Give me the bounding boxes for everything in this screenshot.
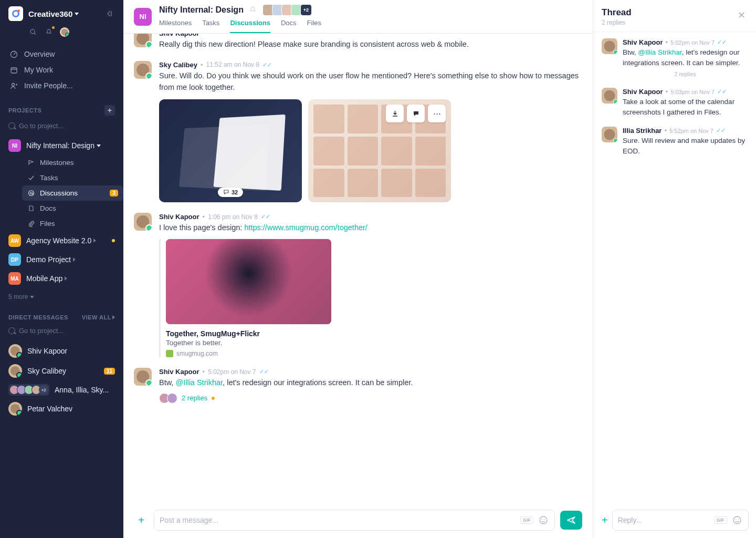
avatar [8, 344, 22, 358]
avatar[interactable] [134, 61, 152, 79]
emoji-button[interactable] [731, 514, 743, 526]
close-button[interactable]: ✕ [736, 7, 748, 23]
show-more-projects[interactable]: 5 more [0, 288, 123, 306]
gif-button[interactable]: GIF [714, 516, 727, 524]
message-author[interactable]: Shiv Kapoor [159, 213, 200, 221]
project-subnav: Milestones Tasks Discussions 3 Docs File… [0, 155, 123, 231]
nav-overview[interactable]: Overview [4, 46, 119, 62]
avatar[interactable] [134, 34, 152, 47]
tab-files[interactable]: Files [307, 16, 321, 33]
avatar[interactable] [602, 127, 617, 142]
project-item[interactable]: MA Mobile App [0, 269, 123, 288]
search-icon[interactable] [28, 27, 38, 37]
dm-item[interactable]: Sky Calibey 11 [0, 361, 123, 381]
message-author[interactable]: Shiv Kapoor [159, 34, 200, 37]
member-avatars[interactable]: +2 [262, 4, 312, 16]
message: Sky Calibey • 11:52 am on Nov 8 ✓✓ Sure.… [134, 61, 582, 203]
chevron-right-icon [65, 276, 67, 281]
subnav-milestones[interactable]: Milestones [22, 155, 123, 170]
avatar[interactable] [602, 38, 617, 54]
avatar[interactable] [134, 213, 152, 231]
thread-replies[interactable]: 2 replies [159, 393, 582, 404]
message-text: Take a look at some of the calendar scre… [623, 97, 748, 117]
tab-discussions[interactable]: Discussions [230, 16, 270, 33]
message-author[interactable]: Shiv Kapoor [623, 38, 663, 46]
subnav-tasks[interactable]: Tasks [22, 170, 123, 185]
project-name: Agency Website 2.0 [26, 236, 91, 245]
workspace-header[interactable]: Creative360 [0, 0, 123, 25]
add-project-button[interactable]: + [104, 105, 115, 116]
nav-label: My Work [24, 66, 53, 74]
view-all-dms[interactable]: View all [82, 314, 115, 320]
attachment-image[interactable]: 32 [159, 99, 302, 202]
mention[interactable]: @Illia Strikhar [175, 378, 223, 387]
doc-icon [27, 205, 35, 212]
replies-divider: 2 replies [623, 68, 748, 78]
dm-item-group[interactable]: +2 Anna, Illia, Sky... [0, 381, 123, 399]
message-time: 11:52 am on Nov 8 [206, 61, 259, 68]
check-icon [27, 174, 35, 182]
notifications-icon[interactable] [44, 27, 54, 37]
projects-heading: PROJECTS + [0, 97, 123, 120]
dm-heading: DIRECT MESSAGES View all [0, 306, 123, 325]
project-item[interactable]: DP Demo Project [0, 250, 123, 269]
message-link[interactable]: https://www.smugmug.com/together/ [244, 223, 368, 232]
svg-point-7 [542, 519, 543, 520]
topbar: NI Nifty Internal: Design +2 Milestones … [123, 0, 593, 34]
avatar[interactable] [134, 368, 152, 386]
add-user-icon [9, 81, 18, 90]
project-badge: AW [8, 234, 21, 247]
dm-item[interactable]: Shiv Kapoor [0, 341, 123, 361]
download-button[interactable] [386, 105, 404, 122]
more-button[interactable]: ⋯ [428, 105, 446, 122]
tab-tasks[interactable]: Tasks [202, 16, 219, 33]
svg-point-9 [733, 516, 741, 524]
thread-title: Thread [602, 7, 632, 18]
send-button[interactable] [560, 511, 582, 530]
dm-item[interactable]: Petar Valchev [0, 399, 123, 419]
message-time: 5:02pm on Nov 7 [670, 39, 715, 46]
message-text: Btw, @Illia Strikhar, let's redesign our… [159, 377, 582, 389]
project-search-input[interactable] [8, 120, 115, 132]
current-user-avatar[interactable] [60, 27, 69, 37]
nav-invite[interactable]: Invite People... [4, 78, 119, 94]
project-item-active[interactable]: NI Nifty Internal: Design [0, 136, 123, 155]
collapse-sidebar-button[interactable] [103, 8, 115, 19]
message: Shiv Kapoor Really dig this new directio… [134, 34, 582, 50]
read-receipt-icon: ✓✓ [716, 127, 726, 134]
gif-button[interactable]: GIF [520, 516, 533, 524]
mention[interactable]: @Illia Strikhar [638, 48, 681, 56]
chevron-down-icon [97, 144, 101, 147]
message-author[interactable]: Sky Calibey [159, 61, 197, 69]
emoji-button[interactable] [538, 514, 549, 526]
nav-mywork[interactable]: My Work [4, 62, 119, 78]
bell-icon[interactable] [249, 6, 257, 14]
svg-point-11 [738, 519, 739, 520]
thread-composer: + GIF [593, 502, 756, 538]
reply-avatars [159, 393, 177, 404]
message-input[interactable] [160, 516, 516, 524]
attachment-image[interactable]: ⋯ [308, 99, 451, 202]
subnav-discussions[interactable]: Discussions 3 [22, 185, 123, 201]
svg-point-8 [544, 519, 545, 520]
tab-docs[interactable]: Docs [281, 16, 297, 33]
attach-button[interactable]: + [134, 513, 149, 527]
message-text: Btw, @Illia Strikhar, let's redesign our… [623, 47, 748, 68]
subnav-files[interactable]: Files [22, 216, 123, 231]
dm-search-input[interactable] [8, 325, 115, 337]
sidebar: Creative360 Overview My Work Invite Peop… [0, 0, 123, 538]
comment-count-pill[interactable]: 32 [218, 188, 243, 197]
message-author[interactable]: Illia Strikhar [623, 127, 662, 134]
project-item[interactable]: AW Agency Website 2.0 [0, 231, 123, 250]
favicon-icon [166, 350, 173, 357]
tab-milestones[interactable]: Milestones [159, 16, 192, 33]
comment-button[interactable] [407, 105, 425, 122]
link-preview[interactable]: Together, SmugMug+Flickr Together is bet… [159, 239, 338, 357]
message-author[interactable]: Shiv Kapoor [623, 88, 663, 96]
reply-input[interactable] [618, 516, 710, 524]
link-preview-source: smugmug.com [166, 350, 338, 357]
subnav-docs[interactable]: Docs [22, 201, 123, 216]
message-author[interactable]: Shiv Kapoor [159, 368, 200, 376]
avatar[interactable] [602, 88, 617, 104]
attach-button[interactable]: + [602, 513, 608, 527]
